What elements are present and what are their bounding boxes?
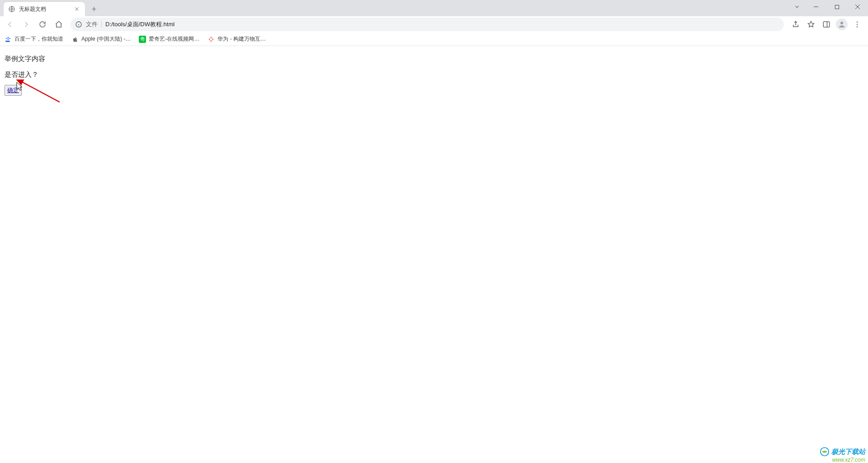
toolbar-right-icons — [788, 17, 865, 32]
bookmark-item-huawei[interactable]: 华为 - 构建万物互… — [208, 35, 266, 43]
page-text-line1: 举例文字内容 — [5, 52, 863, 65]
watermark-name: 极光下载站 — [831, 448, 865, 456]
watermark-logo-icon — [820, 447, 830, 457]
new-tab-button[interactable] — [88, 3, 100, 15]
page-text-line2: 是否进入？ — [5, 68, 863, 81]
window-maximize-button[interactable] — [826, 0, 847, 14]
browser-tab[interactable]: 无标题文档 — [4, 2, 85, 16]
browser-toolbar: 文件 D:/tools/桌面/DW教程.html — [0, 16, 868, 33]
bookmark-item-iqiyi[interactable]: 奇 爱奇艺-在线视频网… — [139, 35, 199, 43]
window-close-button[interactable] — [847, 0, 868, 14]
window-minimize-button[interactable] — [806, 0, 826, 14]
separator — [101, 21, 102, 28]
svg-point-11 — [8, 38, 9, 40]
share-icon[interactable] — [788, 17, 803, 32]
watermark-url: www.xz7.com — [820, 457, 865, 463]
tab-title: 无标题文档 — [19, 5, 70, 13]
bookmark-label: 爱奇艺-在线视频网… — [149, 35, 199, 43]
site-info-icon[interactable] — [75, 21, 82, 28]
window-controls — [790, 0, 868, 14]
bookmark-label: Apple (中国大陆) -… — [81, 35, 131, 43]
bookmark-star-icon[interactable] — [804, 17, 818, 32]
svg-point-9 — [8, 37, 9, 38]
tab-close-icon[interactable] — [73, 5, 80, 13]
page-content: 举例文字内容 是否进入？ 确定 — [0, 46, 868, 103]
svg-rect-3 — [823, 22, 830, 27]
tab-search-icon[interactable] — [790, 0, 804, 14]
bookmark-label: 华为 - 构建万物互… — [217, 35, 266, 43]
forward-button[interactable] — [19, 17, 33, 32]
baidu-favicon — [5, 36, 12, 43]
profile-avatar[interactable] — [835, 17, 849, 32]
reload-button[interactable] — [35, 17, 50, 32]
globe-icon — [8, 5, 15, 13]
bookmarks-bar: 百度一下，你就知道 Apple (中国大陆) -… 奇 爱奇艺-在线视频网… 华… — [0, 33, 868, 46]
url-scheme-label: 文件 — [86, 20, 98, 28]
apple-favicon — [71, 36, 79, 43]
svg-point-6 — [857, 23, 858, 24]
home-button[interactable] — [52, 17, 66, 32]
huawei-favicon — [208, 36, 215, 43]
bookmark-item-baidu[interactable]: 百度一下，你就知道 — [5, 35, 63, 43]
svg-point-8 — [6, 37, 7, 39]
svg-point-4 — [840, 22, 843, 24]
svg-point-10 — [9, 37, 10, 39]
svg-point-5 — [857, 21, 858, 22]
side-panel-icon[interactable] — [819, 17, 834, 32]
menu-kebab-icon[interactable] — [850, 17, 864, 32]
svg-point-7 — [857, 26, 858, 27]
svg-rect-1 — [835, 5, 839, 9]
browser-titlebar: 无标题文档 — [0, 0, 868, 16]
watermark: 极光下载站 www.xz7.com — [820, 447, 865, 463]
url-text: D:/tools/桌面/DW教程.html — [105, 20, 175, 28]
iqiyi-favicon: 奇 — [139, 36, 146, 43]
bookmark-item-apple[interactable]: Apple (中国大陆) -… — [71, 35, 131, 43]
bookmark-label: 百度一下，你就知道 — [14, 35, 63, 43]
confirm-button[interactable]: 确定 — [5, 85, 22, 96]
back-button[interactable] — [3, 17, 17, 32]
address-bar[interactable]: 文件 D:/tools/桌面/DW教程.html — [71, 18, 784, 31]
